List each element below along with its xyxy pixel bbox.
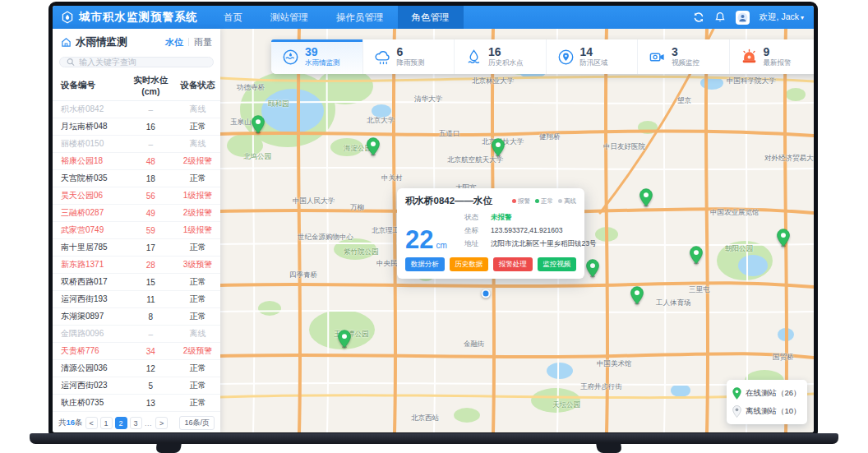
map-label: 对外经济贸易大学 xyxy=(764,154,814,164)
table-row[interactable]: 运河西街023 5 正常 xyxy=(53,377,220,395)
monitor-foot-left xyxy=(155,443,182,453)
next-page-button[interactable]: > xyxy=(155,417,168,429)
video-camera-icon xyxy=(649,49,666,66)
station-pin[interactable] xyxy=(338,330,352,349)
page-number-button[interactable]: 3 xyxy=(130,417,142,429)
tab-divider xyxy=(188,38,189,46)
map-label: 四季青桥 xyxy=(289,270,317,280)
nav-item-角色管理[interactable]: 角色管理 xyxy=(398,6,464,29)
selected-station-marker[interactable] xyxy=(482,289,491,298)
legend-online-stations[interactable]: 在线测站（26） xyxy=(732,384,801,402)
table-row[interactable]: 运河西街193 11 正常 xyxy=(53,291,220,308)
search-icon xyxy=(67,58,75,67)
cell-device-id: 金隅路0096 xyxy=(53,326,127,343)
map-pin-icon xyxy=(732,387,741,400)
table-row[interactable]: 双桥西路017 15 正常 xyxy=(53,274,220,291)
table-row[interactable]: 积水桥0842 – 离线 xyxy=(53,101,220,118)
table-row[interactable]: 耿庄桥0735 13 正常 xyxy=(53,395,220,412)
search-input[interactable] xyxy=(79,58,206,67)
map-label: 朝阳公园 xyxy=(725,244,753,254)
user-avatar[interactable] xyxy=(736,11,750,25)
map-label: 王府井步行街 xyxy=(580,382,622,392)
map-label: 功德寺桥 xyxy=(237,83,265,93)
legend-item: 正常 xyxy=(535,197,553,206)
station-pin[interactable] xyxy=(586,259,600,278)
station-pin[interactable] xyxy=(639,188,653,207)
col-header-device-id: 设备编号 xyxy=(53,72,127,101)
cell-device-status: 正常 xyxy=(175,239,220,257)
map-label: 中日友好医院 xyxy=(603,142,645,152)
station-pin[interactable] xyxy=(367,137,381,156)
legend-dot xyxy=(512,199,516,203)
map-label: 中关村 xyxy=(381,173,403,183)
water-level-unit: cm xyxy=(436,241,446,252)
popup-button-报警处理[interactable]: 报警处理 xyxy=(493,257,533,271)
cell-device-id: 耿庄桥0735 xyxy=(53,395,127,412)
table-row[interactable]: 清源公园036 12 正常 xyxy=(53,360,220,377)
table-row[interactable]: 武家营0749 59 1级报警 xyxy=(53,222,220,239)
tab-water-level[interactable]: 水位 xyxy=(165,36,183,49)
table-row[interactable]: 昊天公园06 56 1级报警 xyxy=(53,187,220,205)
pagination-bar: 共16条 < 123 … > 16条/页 xyxy=(53,412,220,432)
station-pin[interactable] xyxy=(630,286,644,305)
cell-water-level: 5 xyxy=(127,377,175,395)
page-size-select[interactable]: 16条/页 xyxy=(179,416,215,430)
field-value: 123.593372,41.921603 xyxy=(491,226,562,236)
tab-rainfall[interactable]: 雨量 xyxy=(194,36,212,49)
notification-bell-icon[interactable] xyxy=(714,12,726,23)
cell-device-status: 正常 xyxy=(175,308,220,326)
refresh-icon[interactable] xyxy=(693,12,704,23)
stat-card-水雨情监测[interactable]: 39 水雨情监测 xyxy=(271,39,362,74)
popup-field-row: 地址 沈阳市沈北新区十里乡稻田镇23号 xyxy=(464,239,596,249)
table-row[interactable]: 南十里居785 17 正常 xyxy=(53,239,220,257)
station-pin[interactable] xyxy=(690,246,704,265)
nav-item-测站管理[interactable]: 测站管理 xyxy=(256,6,322,29)
legend-offline-stations[interactable]: 离线测站（10） xyxy=(732,402,801,420)
cell-device-status: 离线 xyxy=(175,136,220,153)
app-logo-icon xyxy=(61,11,74,24)
stat-card-历史积水点[interactable]: 16 历史积水点 xyxy=(454,39,546,74)
table-row[interactable]: 丽楼桥0150 – 离线 xyxy=(53,136,220,153)
field-label: 地址 xyxy=(464,239,484,249)
cell-device-id: 运河西街023 xyxy=(53,377,127,395)
cell-device-status: 3级预警 xyxy=(175,257,220,274)
table-header-row: 设备编号 实时水位(cm) 设备状态 xyxy=(53,72,220,101)
page-number-button[interactable]: 2 xyxy=(115,417,127,429)
cell-water-level: – xyxy=(127,101,175,118)
table-row[interactable]: 金隅路0096 – 离线 xyxy=(53,326,220,343)
map-area[interactable]: 功德寺桥玉泉山北坞公园颐和园清华大学北京大学北京林业大学中国科学院大学五道口健翔… xyxy=(220,29,814,432)
map-label: 清华大学 xyxy=(414,95,442,104)
table-row[interactable]: 新东路1371 28 3级预警 xyxy=(53,257,220,274)
table-row[interactable]: 天贵桥776 34 2级预警 xyxy=(53,343,220,360)
station-popup: 积水桥0842——水位 报警正常离线 22 cm 状态 未报警 坐标 123.5… xyxy=(397,188,584,279)
stat-card-视频监控[interactable]: 3 视频监控 xyxy=(637,39,729,74)
cell-device-status: 离线 xyxy=(175,326,220,343)
popup-button-数据分析[interactable]: 数据分析 xyxy=(405,257,445,271)
cell-device-status: 正常 xyxy=(175,274,220,291)
station-pin[interactable] xyxy=(777,229,791,247)
table-row[interactable]: 天宫院桥035 18 正常 xyxy=(53,170,220,187)
nav-item-首页[interactable]: 首页 xyxy=(210,6,256,29)
cell-water-level: 18 xyxy=(127,170,175,187)
cell-device-status: 2级预警 xyxy=(175,343,220,360)
station-table: 设备编号 实时水位(cm) 设备状态 积水桥0842 – 离线 月坛南桥048 … xyxy=(53,72,220,412)
table-row[interactable]: 裕康公园18 48 2级报警 xyxy=(53,153,220,170)
cell-device-id: 月坛南桥048 xyxy=(53,118,127,136)
station-pin[interactable] xyxy=(252,115,265,134)
map-label: 工人体育场 xyxy=(656,298,691,308)
table-row[interactable]: 东湖渠0897 8 正常 xyxy=(53,308,220,326)
nav-item-操作员管理[interactable]: 操作员管理 xyxy=(322,6,398,29)
table-row[interactable]: 月坛南桥048 16 正常 xyxy=(53,118,220,136)
stat-card-最新报警[interactable]: 9 最新报警 xyxy=(729,39,815,74)
popup-button-监控视频[interactable]: 监控视频 xyxy=(538,257,577,271)
prev-page-button[interactable]: < xyxy=(85,417,98,429)
welcome-text[interactable]: 欢迎, Jack▾ xyxy=(760,12,804,23)
station-pin[interactable] xyxy=(492,138,506,157)
table-row[interactable]: 三融桥0287 49 2级报警 xyxy=(53,205,220,222)
map-label: 天坛公园 xyxy=(552,400,580,410)
stat-label: 防汛区域 xyxy=(580,58,608,68)
page-number-button[interactable]: 1 xyxy=(100,417,113,429)
popup-button-历史数据[interactable]: 历史数据 xyxy=(450,257,489,271)
stat-card-防汛区域[interactable]: 14 防汛区域 xyxy=(546,39,638,74)
stat-card-降雨预测[interactable]: 6 降雨预测 xyxy=(362,39,455,74)
